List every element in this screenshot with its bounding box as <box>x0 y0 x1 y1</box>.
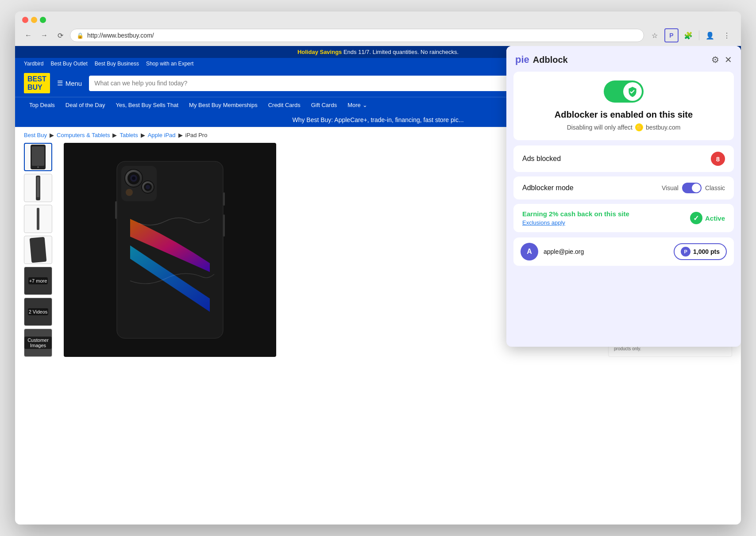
breadcrumb-tablets[interactable]: Tablets <box>120 132 138 138</box>
hero-text: Why Best Buy: AppleCare+, trade-in, fina… <box>292 116 463 123</box>
svg-rect-18 <box>223 214 225 237</box>
nav-yes-bestbuy[interactable]: Yes, Best Buy Sells That <box>110 97 184 113</box>
pie-close-button[interactable]: ✕ <box>725 54 732 65</box>
more-label: +7 more <box>28 277 48 284</box>
thumbnail-more[interactable]: +7 more <box>24 267 52 295</box>
svg-rect-17 <box>223 192 225 206</box>
breadcrumb-sep-1: ▶ <box>50 132 54 138</box>
browser-chrome: ← → ⟳ 🔒 http://www.bestbuy.com/ ☆ P 🧩 👤 … <box>15 11 741 46</box>
logo-line1: BEST <box>27 75 46 83</box>
svg-point-16 <box>126 189 133 196</box>
breadcrumb-apple-ipad[interactable]: Apple iPad <box>148 132 176 138</box>
points-value: 1,000 pts <box>693 248 720 255</box>
forward-button[interactable]: → <box>38 29 50 42</box>
nav-expert[interactable]: Shop with an Expert <box>146 61 193 67</box>
breadcrumb-bestbuy[interactable]: Best Buy <box>24 132 47 138</box>
chevron-down-icon: ⌄ <box>363 102 367 108</box>
product-main-image <box>64 143 276 357</box>
cashback-title: Earning 2% cash back on this site <box>522 210 629 218</box>
active-label: Active <box>705 214 725 222</box>
site-domain: bestbuy.com <box>646 124 680 131</box>
thumb-ipad-side <box>27 175 49 201</box>
nav-gift-cards[interactable]: Gift Cards <box>306 97 343 113</box>
nav-outlet[interactable]: Best Buy Outlet <box>50 61 87 67</box>
parking-button[interactable]: P <box>664 28 679 42</box>
menu-button[interactable]: ⋮ <box>720 28 734 42</box>
profile-button[interactable]: 👤 <box>703 28 717 42</box>
promo-text: Ends 11/7. Limited quantities. No rainch… <box>343 49 459 55</box>
pie-cashback-info: Earning 2% cash back on this site Exclus… <box>522 210 629 226</box>
extensions-button[interactable]: 🧩 <box>681 28 695 42</box>
url-text: http://www.bestbuy.com/ <box>87 32 154 39</box>
pie-footer: A apple@pie.org P 1,000 pts <box>513 237 734 266</box>
svg-rect-4 <box>37 177 39 197</box>
nav-more[interactable]: More ⌄ <box>342 97 373 113</box>
breadcrumb-sep-3: ▶ <box>141 132 145 138</box>
security-icon: 🔒 <box>77 32 84 39</box>
svg-rect-6 <box>30 237 47 263</box>
pie-adblock-overlay: pie Adblock ⚙ ✕ <box>506 46 741 347</box>
breadcrumb-sep-4: ▶ <box>178 132 183 138</box>
pie-mode-switch[interactable] <box>682 183 702 193</box>
website-content: Holiday Savings Ends 11/7. Limited quant… <box>15 46 741 525</box>
hamburger-icon: ☰ <box>57 79 63 87</box>
pie-mode-toggle: Visual Classic <box>662 183 725 193</box>
thumbnail-1[interactable] <box>24 143 52 171</box>
svg-point-2 <box>37 166 39 168</box>
pie-main-panel: Adblocker is enabled on this site Disabl… <box>513 72 734 140</box>
address-field[interactable]: 🔒 http://www.bestbuy.com/ <box>70 29 644 42</box>
pie-mode-row: Adblocker mode Visual Classic <box>513 176 734 199</box>
pie-header: pie Adblock ⚙ ✕ <box>506 46 741 72</box>
thumbnail-customer-images[interactable]: Customer Images <box>24 329 52 357</box>
cashback-exclusions-link[interactable]: Exclusions apply <box>522 219 629 226</box>
thumbnail-3[interactable] <box>24 205 52 233</box>
nav-yardbird[interactable]: Yardbird <box>24 61 43 67</box>
browser-icons: ☆ P 🧩 👤 ⋮ <box>648 28 734 42</box>
bookmark-button[interactable]: ☆ <box>648 28 662 42</box>
svg-rect-5 <box>37 208 39 230</box>
maximize-button[interactable] <box>40 17 46 23</box>
minimize-button[interactable] <box>31 17 37 23</box>
reload-button[interactable]: ⟳ <box>54 29 66 42</box>
nav-top-deals[interactable]: Top Deals <box>24 97 60 113</box>
nav-business[interactable]: Best Buy Business <box>95 61 139 67</box>
separator <box>699 31 699 40</box>
ads-blocked-label: Ads blocked <box>522 155 561 163</box>
disabling-text: Disabling will only affect <box>567 124 633 131</box>
back-button[interactable]: ← <box>22 29 35 42</box>
browser-window: ← → ⟳ 🔒 http://www.bestbuy.com/ ☆ P 🧩 👤 … <box>15 11 741 525</box>
pie-points-badge[interactable]: P 1,000 pts <box>674 243 727 260</box>
thumbnail-2[interactable] <box>24 174 52 202</box>
nav-credit-cards[interactable]: Credit Cards <box>263 97 306 113</box>
bestbuy-logo[interactable]: BEST BUY <box>24 73 50 93</box>
promo-highlight: Holiday Savings <box>297 49 342 55</box>
mode-label: Adblocker mode <box>522 184 574 192</box>
thumb-ipad-front <box>27 144 49 170</box>
close-button[interactable] <box>22 17 28 23</box>
pie-adblocker-toggle[interactable] <box>604 80 644 103</box>
title-bar <box>22 17 734 23</box>
thumbnail-4[interactable] <box>24 236 52 264</box>
breadcrumb-sep-2: ▶ <box>112 132 117 138</box>
pie-toggle-knob <box>623 82 642 101</box>
pie-settings-button[interactable]: ⚙ <box>711 54 719 65</box>
nav-deal-of-day[interactable]: Deal of the Day <box>60 97 111 113</box>
thumbnail-videos[interactable]: 2 Videos <box>24 298 52 326</box>
pie-stats-row: Ads blocked 8 <box>513 145 734 172</box>
pie-cashback-row: Earning 2% cash back on this site Exclus… <box>513 204 734 232</box>
site-emoji: 🟡 <box>635 123 643 131</box>
active-check-icon: ✓ <box>690 212 702 224</box>
svg-rect-1 <box>32 146 44 166</box>
breadcrumb-ipad-pro: iPad Pro <box>185 132 208 138</box>
cashback-active-badge: ✓ Active <box>690 212 725 224</box>
pie-user-info: A apple@pie.org <box>521 243 584 260</box>
pie-enabled-title: Adblocker is enabled on this site <box>522 110 725 120</box>
menu-label: Menu <box>66 80 82 87</box>
pie-logo-text: pie <box>515 54 529 65</box>
ipad-illustration <box>104 157 236 343</box>
menu-button[interactable]: ☰ Menu <box>57 79 82 87</box>
mode-classic-text: Classic <box>705 184 725 191</box>
breadcrumb-computers[interactable]: Computers & Tablets <box>57 132 110 138</box>
videos-label: 2 Videos <box>28 308 49 315</box>
nav-memberships[interactable]: My Best Buy Memberships <box>184 97 263 113</box>
